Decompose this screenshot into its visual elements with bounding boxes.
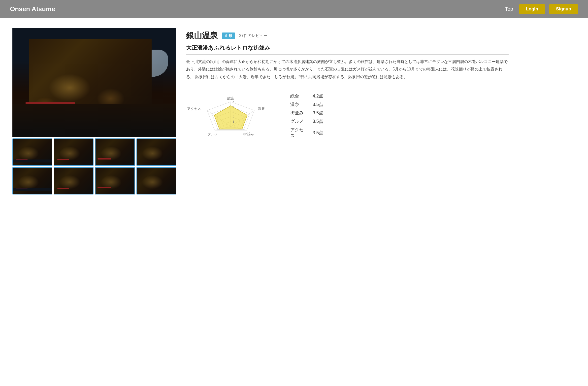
header: Onsen Atsume Top Login Signup: [0, 0, 588, 18]
svg-text:5: 5: [233, 100, 234, 104]
radar-section: 総合 温泉 街並み グルメ アクセス 5 4 3 2 1 総合 4.2点: [186, 88, 509, 162]
svg-text:グルメ: グルメ: [208, 132, 218, 136]
svg-text:4: 4: [233, 105, 234, 109]
score-value-machinami: 3.5点: [313, 110, 323, 116]
thumbnail-8[interactable]: [136, 167, 176, 194]
scores-table: 総合 4.2点 温泉 3.5点 街並み 3.5点 グルメ 3.5点 アクセス: [290, 88, 323, 139]
radar-svg: 総合 温泉 街並み グルメ アクセス 5 4 3 2 1: [186, 88, 275, 162]
svg-text:総合: 総合: [227, 96, 234, 100]
main-image[interactable]: [12, 28, 176, 137]
site-title: Onsen Atsume: [10, 5, 55, 13]
thumbnail-3[interactable]: [95, 138, 135, 166]
place-name: 銀山温泉: [186, 30, 218, 41]
svg-text:アクセス: アクセス: [187, 107, 201, 111]
score-row-sogo: 総合 4.2点: [290, 93, 323, 99]
score-value-sogo: 4.2点: [313, 93, 323, 99]
thumbnail-2[interactable]: [54, 138, 94, 166]
svg-text:1: 1: [233, 120, 234, 124]
top-link[interactable]: Top: [505, 6, 513, 12]
svg-text:3: 3: [233, 110, 234, 114]
score-row-gurume: グルメ 3.5点: [290, 118, 323, 124]
radar-chart: 総合 温泉 街並み グルメ アクセス 5 4 3 2 1: [186, 88, 275, 162]
score-label-machinami: 街並み: [290, 110, 308, 116]
thumbnail-grid: [12, 138, 176, 194]
thumbnail-7[interactable]: [95, 167, 135, 194]
svg-text:街並み: 街並み: [243, 132, 254, 136]
score-label-gurume: グルメ: [290, 118, 308, 124]
place-subtitle: 大正浪漫あふれるレトロな街並み: [186, 44, 509, 55]
signup-button[interactable]: Signup: [549, 4, 578, 14]
login-button[interactable]: Login: [519, 4, 545, 14]
header-nav: Top Login Signup: [505, 4, 578, 14]
review-count: 27件のレビュー: [239, 33, 267, 38]
score-label-sogo: 総合: [290, 93, 308, 99]
score-row-access: アクセス 3.5点: [290, 127, 323, 139]
info-panel: 銀山温泉 山形 27件のレビュー 大正浪漫あふれるレトロな街並み 最上川支流の銀…: [186, 28, 509, 194]
score-value-access: 3.5点: [313, 130, 323, 136]
score-label-access: アクセス: [290, 127, 308, 139]
region-tag: 山形: [222, 32, 235, 39]
svg-marker-10: [214, 106, 247, 129]
score-row-machinami: 街並み 3.5点: [290, 110, 323, 116]
score-row-onsen: 温泉 3.5点: [290, 101, 323, 107]
thumbnail-5[interactable]: [12, 167, 52, 194]
score-label-onsen: 温泉: [290, 101, 308, 107]
thumbnail-1[interactable]: [12, 138, 52, 166]
title-row: 銀山温泉 山形 27件のレビュー: [186, 30, 509, 41]
svg-text:2: 2: [233, 115, 234, 119]
thumbnail-4[interactable]: [136, 138, 176, 166]
image-panel: [12, 28, 176, 194]
score-value-onsen: 3.5点: [313, 101, 323, 107]
thumbnail-6[interactable]: [54, 167, 94, 194]
place-description: 最上川支流の銀山川の両岸に大正から昭和初期にかけての木造多層建築の旅館が立ち並ぶ…: [186, 58, 509, 81]
score-value-gurume: 3.5点: [313, 118, 323, 124]
main-content: 銀山温泉 山形 27件のレビュー 大正浪漫あふれるレトロな街並み 最上川支流の銀…: [0, 18, 521, 204]
svg-text:温泉: 温泉: [258, 107, 265, 111]
